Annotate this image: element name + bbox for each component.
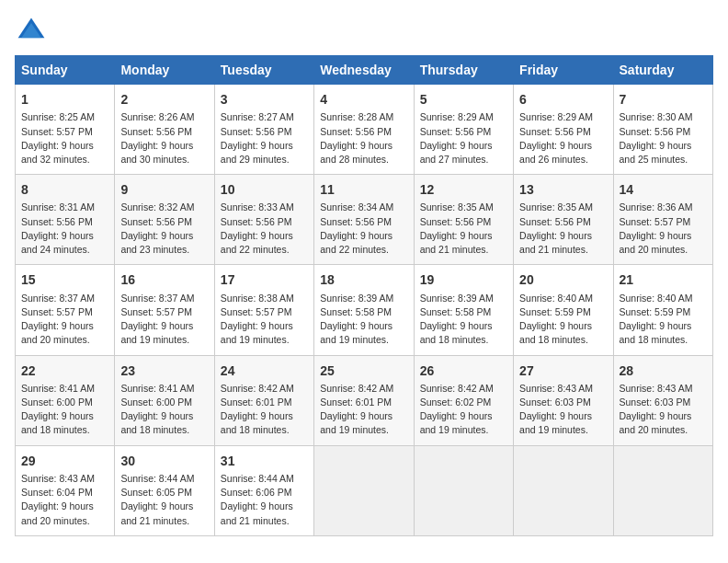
day-info: Sunrise: 8:42 AMSunset: 6:01 PMDaylight:… — [320, 382, 407, 438]
calendar-cell: 6Sunrise: 8:29 AMSunset: 5:56 PMDaylight… — [514, 85, 613, 175]
calendar-cell: 24Sunrise: 8:42 AMSunset: 6:01 PMDayligh… — [214, 355, 313, 445]
day-info: Sunrise: 8:26 AMSunset: 5:56 PMDaylight:… — [120, 110, 208, 167]
day-number: 2 — [120, 90, 208, 109]
weekday-header-friday: Friday — [514, 56, 613, 85]
calendar-cell: 14Sunrise: 8:36 AMSunset: 5:57 PMDayligh… — [613, 175, 712, 265]
day-number: 31 — [221, 452, 308, 470]
calendar-cell — [613, 445, 712, 535]
day-info: Sunrise: 8:25 AMSunset: 5:57 PMDaylight:… — [21, 110, 108, 167]
weekday-header-thursday: Thursday — [414, 56, 513, 85]
calendar-cell: 31Sunrise: 8:44 AMSunset: 6:06 PMDayligh… — [214, 445, 313, 535]
day-info: Sunrise: 8:44 AMSunset: 6:06 PMDaylight:… — [221, 472, 308, 528]
calendar-cell: 28Sunrise: 8:43 AMSunset: 6:03 PMDayligh… — [613, 355, 712, 445]
weekday-header-monday: Monday — [115, 56, 214, 85]
day-info: Sunrise: 8:41 AMSunset: 6:00 PMDaylight:… — [120, 382, 208, 438]
day-number: 28 — [620, 362, 707, 380]
calendar-cell: 3Sunrise: 8:27 AMSunset: 5:56 PMDaylight… — [214, 85, 313, 175]
weekday-header-tuesday: Tuesday — [214, 56, 313, 85]
logo — [15, 15, 51, 48]
day-info: Sunrise: 8:34 AMSunset: 5:56 PMDaylight:… — [320, 201, 407, 257]
day-number: 16 — [120, 270, 208, 289]
day-number: 24 — [221, 362, 308, 380]
day-number: 26 — [420, 362, 507, 380]
day-info: Sunrise: 8:43 AMSunset: 6:03 PMDaylight:… — [519, 382, 607, 438]
day-number: 5 — [420, 90, 507, 109]
calendar-cell: 27Sunrise: 8:43 AMSunset: 6:03 PMDayligh… — [514, 355, 613, 445]
day-number: 6 — [519, 90, 607, 109]
calendar-cell: 12Sunrise: 8:35 AMSunset: 5:56 PMDayligh… — [414, 175, 513, 265]
day-info: Sunrise: 8:32 AMSunset: 5:56 PMDaylight:… — [120, 201, 208, 257]
calendar-week-row: 15Sunrise: 8:37 AMSunset: 5:57 PMDayligh… — [16, 265, 713, 355]
calendar-cell: 20Sunrise: 8:40 AMSunset: 5:59 PMDayligh… — [514, 265, 613, 355]
calendar-cell: 17Sunrise: 8:38 AMSunset: 5:57 PMDayligh… — [214, 265, 313, 355]
calendar-cell: 23Sunrise: 8:41 AMSunset: 6:00 PMDayligh… — [115, 355, 214, 445]
day-number: 19 — [420, 270, 507, 289]
day-number: 17 — [221, 270, 308, 289]
calendar-cell: 16Sunrise: 8:37 AMSunset: 5:57 PMDayligh… — [115, 265, 214, 355]
day-number: 22 — [21, 362, 108, 380]
day-info: Sunrise: 8:40 AMSunset: 5:59 PMDaylight:… — [620, 292, 707, 348]
weekday-header-saturday: Saturday — [613, 56, 712, 85]
calendar-cell: 22Sunrise: 8:41 AMSunset: 6:00 PMDayligh… — [16, 355, 115, 445]
day-info: Sunrise: 8:41 AMSunset: 6:00 PMDaylight:… — [21, 382, 108, 438]
calendar-body: 1Sunrise: 8:25 AMSunset: 5:57 PMDaylight… — [16, 85, 713, 536]
calendar-cell: 15Sunrise: 8:37 AMSunset: 5:57 PMDayligh… — [16, 265, 115, 355]
day-info: Sunrise: 8:38 AMSunset: 5:57 PMDaylight:… — [221, 292, 308, 348]
day-info: Sunrise: 8:29 AMSunset: 5:56 PMDaylight:… — [420, 110, 507, 167]
day-info: Sunrise: 8:40 AMSunset: 5:59 PMDaylight:… — [519, 292, 607, 348]
calendar-cell: 5Sunrise: 8:29 AMSunset: 5:56 PMDaylight… — [414, 85, 513, 175]
weekday-header-row: SundayMondayTuesdayWednesdayThursdayFrid… — [16, 56, 713, 85]
day-info: Sunrise: 8:35 AMSunset: 5:56 PMDaylight:… — [420, 201, 507, 257]
logo-icon — [15, 15, 48, 48]
day-info: Sunrise: 8:39 AMSunset: 5:58 PMDaylight:… — [320, 292, 407, 348]
calendar-cell: 26Sunrise: 8:42 AMSunset: 6:02 PMDayligh… — [414, 355, 513, 445]
day-number: 8 — [21, 180, 108, 199]
day-info: Sunrise: 8:44 AMSunset: 6:05 PMDaylight:… — [120, 472, 208, 528]
calendar-cell: 13Sunrise: 8:35 AMSunset: 5:56 PMDayligh… — [514, 175, 613, 265]
calendar-cell: 7Sunrise: 8:30 AMSunset: 5:56 PMDaylight… — [613, 85, 712, 175]
day-info: Sunrise: 8:43 AMSunset: 6:03 PMDaylight:… — [620, 382, 707, 438]
day-number: 7 — [620, 90, 707, 109]
day-info: Sunrise: 8:39 AMSunset: 5:58 PMDaylight:… — [420, 292, 507, 348]
day-number: 29 — [21, 452, 108, 470]
calendar-cell: 2Sunrise: 8:26 AMSunset: 5:56 PMDaylight… — [115, 85, 214, 175]
page-header — [15, 15, 713, 48]
calendar-cell: 4Sunrise: 8:28 AMSunset: 5:56 PMDaylight… — [314, 85, 414, 175]
day-number: 20 — [519, 270, 607, 289]
day-info: Sunrise: 8:33 AMSunset: 5:56 PMDaylight:… — [221, 201, 308, 257]
day-number: 1 — [21, 90, 108, 109]
calendar-cell — [414, 445, 513, 535]
day-number: 13 — [519, 180, 607, 199]
calendar-cell: 21Sunrise: 8:40 AMSunset: 5:59 PMDayligh… — [613, 265, 712, 355]
day-number: 3 — [221, 90, 308, 109]
day-number: 4 — [320, 90, 407, 109]
calendar-week-row: 8Sunrise: 8:31 AMSunset: 5:56 PMDaylight… — [16, 175, 713, 265]
day-number: 25 — [320, 362, 407, 380]
day-info: Sunrise: 8:28 AMSunset: 5:56 PMDaylight:… — [320, 110, 407, 167]
day-number: 23 — [120, 362, 208, 380]
calendar-cell: 29Sunrise: 8:43 AMSunset: 6:04 PMDayligh… — [16, 445, 115, 535]
day-number: 15 — [21, 270, 108, 289]
day-info: Sunrise: 8:27 AMSunset: 5:56 PMDaylight:… — [221, 110, 308, 167]
calendar-cell: 10Sunrise: 8:33 AMSunset: 5:56 PMDayligh… — [214, 175, 313, 265]
calendar-cell: 30Sunrise: 8:44 AMSunset: 6:05 PMDayligh… — [115, 445, 214, 535]
calendar-header: SundayMondayTuesdayWednesdayThursdayFrid… — [16, 56, 713, 85]
day-info: Sunrise: 8:37 AMSunset: 5:57 PMDaylight:… — [120, 292, 208, 348]
calendar-table: SundayMondayTuesdayWednesdayThursdayFrid… — [15, 55, 713, 536]
day-info: Sunrise: 8:42 AMSunset: 6:02 PMDaylight:… — [420, 382, 507, 438]
day-info: Sunrise: 8:36 AMSunset: 5:57 PMDaylight:… — [620, 201, 707, 257]
day-info: Sunrise: 8:35 AMSunset: 5:56 PMDaylight:… — [519, 201, 607, 257]
day-number: 12 — [420, 180, 507, 199]
calendar-cell: 1Sunrise: 8:25 AMSunset: 5:57 PMDaylight… — [16, 85, 115, 175]
calendar-cell — [514, 445, 613, 535]
calendar-cell: 8Sunrise: 8:31 AMSunset: 5:56 PMDaylight… — [16, 175, 115, 265]
calendar-cell: 9Sunrise: 8:32 AMSunset: 5:56 PMDaylight… — [115, 175, 214, 265]
day-info: Sunrise: 8:29 AMSunset: 5:56 PMDaylight:… — [519, 110, 607, 167]
calendar-cell — [314, 445, 414, 535]
weekday-header-sunday: Sunday — [16, 56, 115, 85]
day-number: 21 — [620, 270, 707, 289]
day-info: Sunrise: 8:37 AMSunset: 5:57 PMDaylight:… — [21, 292, 108, 348]
calendar-week-row: 22Sunrise: 8:41 AMSunset: 6:00 PMDayligh… — [16, 355, 713, 445]
day-number: 14 — [620, 180, 707, 199]
day-number: 9 — [120, 180, 208, 199]
